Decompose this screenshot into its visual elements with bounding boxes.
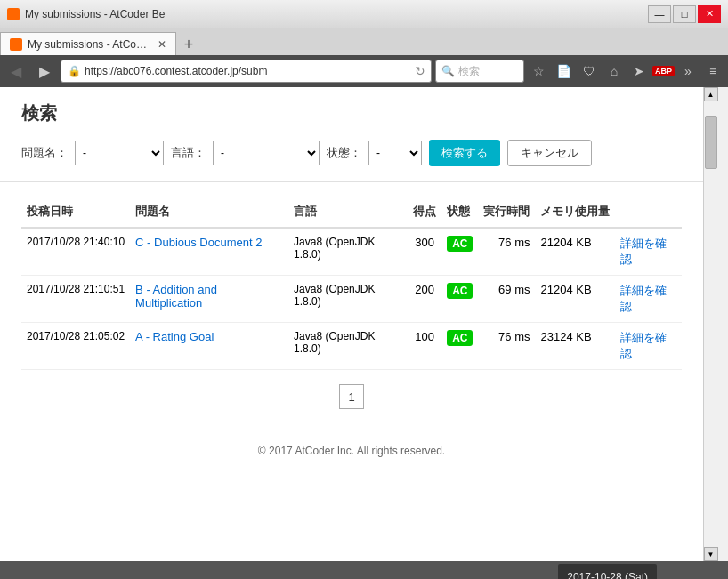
cell-score: 100: [408, 323, 441, 370]
status-select[interactable]: -: [368, 141, 422, 165]
page-content: 検索 問題名： - 言語： - 状態： - 検索する キャンセル: [0, 87, 703, 561]
scroll-down-arrow[interactable]: ▼: [704, 547, 718, 561]
nav-bar: ◀ ▶ 🔒 https://abc076.contest.atcoder.jp/…: [0, 55, 728, 87]
cell-date: 2017/10/28 21:10:51: [21, 276, 130, 323]
col-memory: メモリ使用量: [535, 197, 615, 228]
language-select[interactable]: -: [213, 141, 320, 165]
search-form: 問題名： - 言語： - 状態： - 検索する キャンセル: [21, 140, 682, 166]
menu-icon[interactable]: ≡: [701, 60, 724, 83]
abp-badge[interactable]: ABP: [652, 66, 675, 76]
cell-memory: 23124 KB: [535, 323, 615, 370]
cell-memory: 21204 KB: [535, 228, 615, 276]
cell-score: 200: [408, 276, 441, 323]
nav-icons: ☆ 📄 🛡 ⌂ ➤ ABP » ≡: [528, 60, 724, 83]
page-1-button[interactable]: 1: [339, 384, 364, 409]
forward-button[interactable]: ▶: [32, 59, 57, 84]
table-row: 2017/10/28 21:40:10 C - Dubious Document…: [21, 228, 682, 276]
search-placeholder: 検索: [458, 64, 480, 79]
copyright: © 2017 AtCoder Inc. All rights reserved.: [0, 438, 703, 464]
maximize-button[interactable]: □: [673, 5, 696, 23]
col-problem: 問題名: [130, 197, 288, 228]
cell-date: 2017/10/28 21:05:02: [21, 323, 130, 370]
problem-link[interactable]: C - Dubious Document 2: [135, 236, 262, 249]
status-badge: AC: [447, 283, 473, 299]
cell-status: AC: [441, 276, 478, 323]
active-tab[interactable]: My submissions - AtCoder Be ✕: [0, 32, 176, 55]
table-row: 2017/10/28 21:10:51 B - Addition and Mul…: [21, 276, 682, 323]
refresh-button[interactable]: ↻: [415, 64, 425, 78]
page-wrapper: 検索 問題名： - 言語： - 状態： - 検索する キャンセル: [0, 87, 728, 561]
cancel-button[interactable]: キャンセル: [507, 140, 592, 166]
cell-memory: 21204 KB: [535, 276, 615, 323]
more-icon[interactable]: »: [676, 60, 700, 83]
submissions-table: 投稿日時 問題名 言語 得点 状態 実行時間 メモリ使用量 2017/10/28…: [21, 197, 682, 370]
search-section: 検索 問題名： - 言語： - 状態： - 検索する キャンセル: [0, 87, 703, 182]
col-detail: [615, 197, 682, 228]
search-icon: 🔍: [441, 65, 455, 77]
col-score: 得点: [408, 197, 441, 228]
problem-link[interactable]: A - Rating Goal: [135, 330, 214, 343]
col-status: 状態: [441, 197, 478, 228]
datetime-line1: 2017-10-28 (Sat): [567, 569, 648, 579]
shield-icon[interactable]: 🛡: [578, 60, 601, 83]
cell-status: AC: [441, 228, 478, 276]
scrollbar-track[interactable]: ▲ ▼: [703, 87, 717, 561]
detail-link[interactable]: 詳細を確認: [620, 331, 667, 360]
new-tab-button[interactable]: +: [176, 34, 201, 55]
star-icon[interactable]: ☆: [528, 60, 551, 83]
footer-bar: 利用規約プライバシーポリシー個人情報保護方針チュートリアルルール用語集よく 20…: [0, 561, 728, 579]
col-time: 実行時間: [478, 197, 535, 228]
search-button[interactable]: 検索する: [429, 140, 500, 166]
status-label: 状態：: [327, 145, 361, 161]
tab-close-icon[interactable]: ✕: [158, 38, 166, 51]
close-button[interactable]: ✕: [698, 5, 721, 23]
problem-label: 問題名：: [21, 145, 68, 161]
status-badge: AC: [447, 236, 473, 252]
cell-time: 76 ms: [478, 228, 535, 276]
cell-time: 76 ms: [478, 323, 535, 370]
cell-language: Java8 (OpenJDK 1.8.0): [288, 323, 408, 370]
cell-language: Java8 (OpenJDK 1.8.0): [288, 228, 408, 276]
col-date: 投稿日時: [21, 197, 130, 228]
cell-problem: B - Addition and Multiplication: [130, 276, 288, 323]
send-icon[interactable]: ➤: [627, 60, 651, 83]
url-text: https://abc076.contest.atcoder.jp/subm: [85, 65, 411, 77]
status-badge: AC: [447, 330, 473, 346]
reading-icon[interactable]: 📄: [553, 60, 576, 83]
tab-label: My submissions - AtCoder Be: [28, 38, 152, 51]
scrollbar-thumb[interactable]: [705, 116, 717, 169]
search-title: 検索: [21, 101, 682, 125]
window-title: My submissions - AtCoder Be: [25, 8, 165, 20]
problem-link[interactable]: B - Addition and Multiplication: [135, 283, 217, 310]
cell-status: AC: [441, 323, 478, 370]
col-language: 言語: [288, 197, 408, 228]
address-bar[interactable]: 🔒 https://abc076.contest.atcoder.jp/subm…: [61, 60, 432, 83]
search-box[interactable]: 🔍 検索: [435, 60, 524, 83]
cell-score: 300: [408, 228, 441, 276]
scroll-up-arrow[interactable]: ▲: [704, 87, 718, 101]
lock-icon: 🔒: [67, 64, 81, 78]
table-header-row: 投稿日時 問題名 言語 得点 状態 実行時間 メモリ使用量: [21, 197, 682, 228]
datetime-badge: 2017-10-28 (Sat) 22:46:44 +0900: [558, 564, 657, 579]
window-controls: — □ ✕: [648, 5, 721, 23]
cell-problem: A - Rating Goal: [130, 323, 288, 370]
cell-date: 2017/10/28 21:40:10: [21, 228, 130, 276]
tab-bar: My submissions - AtCoder Be ✕ +: [0, 28, 728, 55]
minimize-button[interactable]: —: [648, 5, 671, 23]
detail-link[interactable]: 詳細を確認: [620, 284, 667, 313]
problem-select[interactable]: -: [75, 141, 164, 165]
window-titlebar: My submissions - AtCoder Be — □ ✕: [0, 0, 728, 28]
language-label: 言語：: [171, 145, 206, 161]
cell-problem: C - Dubious Document 2: [130, 228, 288, 276]
tab-favicon: [10, 38, 22, 51]
cell-language: Java8 (OpenJDK 1.8.0): [288, 276, 408, 323]
cell-detail: 詳細を確認: [615, 323, 682, 370]
detail-link[interactable]: 詳細を確認: [620, 237, 667, 266]
home-icon[interactable]: ⌂: [603, 60, 626, 83]
pagination: 1: [21, 370, 682, 423]
cell-detail: 詳細を確認: [615, 228, 682, 276]
cell-detail: 詳細を確認: [615, 276, 682, 323]
back-button[interactable]: ◀: [4, 59, 28, 84]
table-row: 2017/10/28 21:05:02 A - Rating Goal Java…: [21, 323, 682, 370]
table-section: 投稿日時 問題名 言語 得点 状態 実行時間 メモリ使用量 2017/10/28…: [0, 182, 703, 438]
